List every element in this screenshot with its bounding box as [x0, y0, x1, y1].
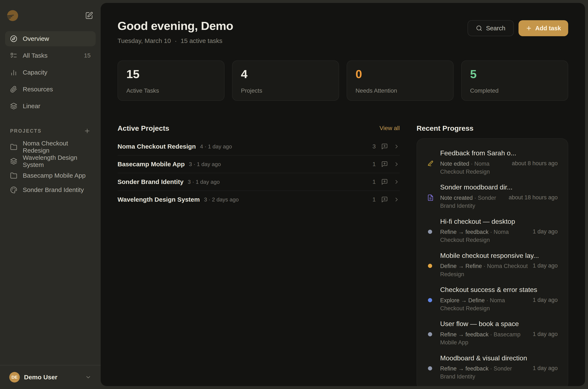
note-count: 1 — [372, 196, 376, 203]
topbar: Good evening, Demo Tuesday, March 10 · 1… — [117, 19, 568, 44]
stat-value: 0 — [355, 67, 445, 81]
progress-stage: Refine → feedback — [440, 331, 489, 338]
project-meta: 3 · 1 day ago — [189, 161, 221, 167]
dot-separator: · — [484, 263, 485, 269]
user-name: Demo User — [24, 374, 57, 381]
chevron-right-icon — [393, 196, 400, 203]
sidebar-item-label: Resources — [23, 86, 53, 93]
status-dot — [428, 298, 432, 302]
sidebar-item-label: Overview — [23, 35, 49, 42]
progress-meta: Define → Refine · Noma Checkout Redesign — [440, 262, 528, 278]
search-button[interactable]: Search — [468, 20, 514, 36]
progress-time: about 8 hours ago — [512, 160, 558, 167]
project-row[interactable]: Sonder Brand Identity 3 · 1 day ago 1 — [117, 173, 400, 191]
progress-meta: Refine → feedback · Basecamp Mobile App — [440, 330, 528, 347]
avatar: DE — [9, 372, 20, 383]
project-row-actions: 1 — [372, 161, 400, 167]
progress-item[interactable]: User flow — book a space Refine → feedba… — [427, 320, 558, 347]
dot-separator: · — [490, 229, 492, 235]
progress-time: 1 day ago — [533, 365, 558, 372]
dot-separator: · — [174, 37, 177, 44]
progress-item[interactable]: Feedback from Sarah o... Note edited · N… — [427, 149, 558, 176]
app-logo — [7, 10, 19, 22]
progress-time: 1 day ago — [533, 228, 558, 235]
message-square-plus-icon — [381, 196, 388, 203]
active-tasks-text: 15 active tasks — [180, 37, 222, 44]
stat-label: Projects — [241, 87, 330, 94]
search-icon — [476, 25, 482, 31]
progress-item[interactable]: Moodboard & visual direction Refine → fe… — [427, 354, 558, 381]
progress-stage: Explore → Define — [440, 297, 485, 304]
bar-chart-icon — [10, 69, 17, 76]
search-button-label: Search — [486, 25, 505, 32]
compass-icon — [10, 35, 17, 42]
stat-cards: 15 Active Tasks 4 Projects 0 Needs Atten… — [117, 61, 568, 101]
page-title: Good evening, Demo — [117, 19, 233, 33]
sidebar-item-resources[interactable]: Resources — [5, 82, 96, 97]
add-project-button[interactable] — [84, 128, 91, 134]
folder-icon — [10, 172, 17, 179]
progress-item[interactable]: Sonder moodboard dir... Note created · S… — [427, 183, 558, 210]
palette-icon — [10, 186, 17, 194]
projects-section-header: PROJECTS — [5, 127, 96, 135]
progress-item[interactable]: Checkout success & error states Explore … — [427, 286, 558, 312]
sidebar-project-label: Basecamp Mobile App — [23, 172, 86, 179]
stat-value: 4 — [241, 67, 330, 81]
active-projects-section: Active Projects View all Noma Checkout R… — [117, 124, 400, 386]
view-all-link[interactable]: View all — [380, 125, 400, 131]
progress-meta: Explore → Define · Noma Checkout Redesig… — [440, 296, 528, 313]
layers-icon — [10, 102, 17, 110]
file-text-icon — [427, 194, 436, 201]
sidebar-item-all-tasks[interactable]: All Tasks 15 — [5, 48, 96, 63]
sidebar-item-linear[interactable]: Linear — [5, 98, 96, 114]
project-row-actions: 3 — [372, 143, 400, 150]
greeting-block: Good evening, Demo Tuesday, March 10 · 1… — [117, 19, 233, 44]
progress-time: about 18 hours ago — [509, 194, 558, 201]
page-subtitle: Tuesday, March 10 · 15 active tasks — [117, 37, 233, 44]
project-row[interactable]: Basecamp Mobile App 3 · 1 day ago 1 — [117, 156, 400, 173]
project-name: Sonder Brand Identity — [117, 178, 183, 186]
project-row[interactable]: Noma Checkout Redesign 4 · 1 day ago 3 — [117, 138, 400, 156]
sidebar-projects: Noma Checkout Redesign Wavelength Design… — [5, 140, 96, 197]
sidebar-project-wavelength[interactable]: Wavelength Design System — [5, 154, 96, 168]
message-square-plus-icon — [381, 143, 388, 150]
sidebar: Overview All Tasks 15 Capacity Resources… — [0, 0, 101, 389]
all-tasks-count: 15 — [84, 52, 91, 59]
project-row-actions: 1 — [372, 196, 400, 203]
square-pen-icon — [85, 12, 93, 20]
chevron-down-icon — [85, 374, 91, 380]
projects-heading: PROJECTS — [10, 128, 42, 134]
sidebar-project-basecamp[interactable]: Basecamp Mobile App — [5, 168, 96, 183]
status-dot — [428, 264, 432, 268]
add-task-button[interactable]: Add task — [519, 20, 568, 36]
progress-item[interactable]: Mobile checkout responsive lay... Define… — [427, 251, 558, 278]
sidebar-header — [5, 6, 96, 24]
active-projects-header: Active Projects View all — [117, 124, 400, 133]
layers-icon — [10, 158, 17, 165]
note-count: 1 — [372, 161, 376, 167]
progress-item[interactable]: Hi-fi checkout — desktop Refine → feedba… — [427, 217, 558, 244]
project-meta: 3 · 2 days ago — [204, 196, 239, 203]
dot-separator: · — [490, 365, 492, 372]
status-dot — [428, 332, 432, 336]
progress-stage: Refine → feedback — [440, 229, 489, 235]
progress-title: Hi-fi checkout — desktop — [440, 217, 558, 226]
app-window: Overview All Tasks 15 Capacity Resources… — [0, 0, 588, 389]
progress-stage: Define → Refine — [440, 263, 482, 269]
sidebar-project-sonder[interactable]: Sonder Brand Identity — [5, 183, 96, 197]
stat-label: Active Tasks — [126, 87, 216, 94]
progress-title: User flow — book a space — [440, 320, 558, 328]
user-menu[interactable]: DE Demo User — [0, 365, 101, 389]
sidebar-item-overview[interactable]: Overview — [5, 31, 96, 46]
sidebar-item-capacity[interactable]: Capacity — [5, 65, 96, 80]
status-dot — [428, 230, 432, 234]
sidebar-nav: Overview All Tasks 15 Capacity Resources… — [5, 31, 96, 115]
plus-icon — [84, 128, 91, 134]
sidebar-project-noma[interactable]: Noma Checkout Redesign — [5, 140, 96, 154]
progress-title: Moodboard & visual direction — [440, 354, 558, 363]
progress-meta: Refine → feedback · Sonder Brand Identit… — [440, 365, 528, 381]
section-title: Active Projects — [117, 124, 169, 132]
project-row[interactable]: Wavelength Design System 3 · 2 days ago … — [117, 191, 400, 208]
progress-title: Sonder moodboard dir... — [440, 183, 558, 192]
compose-button[interactable] — [84, 11, 94, 20]
